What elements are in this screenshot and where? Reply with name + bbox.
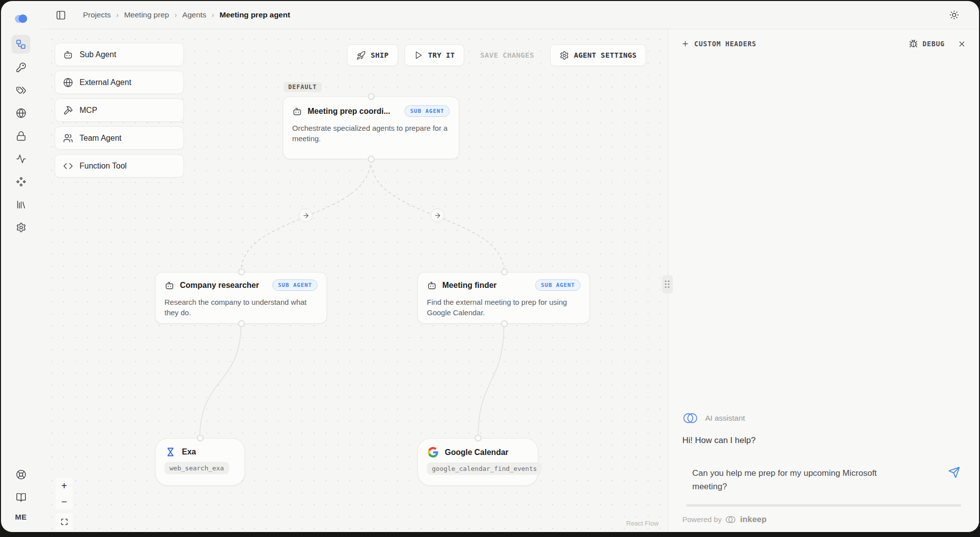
breadcrumb: Projects › Meeting prep › Agents › Meeti…	[83, 10, 290, 19]
nav-key-icon[interactable]	[11, 58, 30, 77]
user-avatar[interactable]: ME	[15, 513, 27, 521]
node-description: Orchestrate specialized agents to prepar…	[283, 120, 459, 152]
node-title: Meeting prep coordi...	[308, 107, 390, 116]
agent-settings-button[interactable]: AGENT SETTINGS	[550, 44, 646, 66]
palette-item-label: Team Agent	[80, 134, 122, 143]
nav-activity-icon[interactable]	[11, 149, 30, 168]
panel-resize-handle[interactable]	[662, 275, 673, 293]
breadcrumb-separator: ›	[116, 11, 119, 19]
debug-label: DEBUG	[922, 40, 945, 48]
breadcrumb-separator: ›	[174, 11, 177, 19]
nav-globe-icon[interactable]	[11, 103, 30, 122]
powered-by-footer: Powered by inkeep	[682, 515, 965, 524]
google-logo	[428, 447, 438, 457]
node-handle-top[interactable]	[368, 93, 375, 100]
chat-divider	[686, 504, 961, 507]
assistant-name: AI assistant	[705, 414, 745, 423]
node-handle-top[interactable]	[501, 268, 508, 275]
save-changes-button[interactable]: SAVE CHANGES	[471, 44, 543, 66]
chat-input-value[interactable]: Can you help me prep for my upcoming Mic…	[692, 466, 911, 493]
theme-toggle-sun-icon[interactable]	[949, 10, 959, 20]
nav-components-icon[interactable]	[11, 172, 30, 191]
node-handle-top[interactable]	[197, 435, 204, 442]
palette-item-label: Function Tool	[80, 162, 127, 171]
tool-name-pill: web_search_exa	[164, 462, 229, 474]
arrow-right-icon	[302, 212, 310, 219]
try-it-panel: CUSTOM HEADERS DEBUG AI assistant Hi! Ho…	[668, 29, 979, 532]
exa-logo	[165, 447, 175, 457]
save-changes-button-label: SAVE CHANGES	[480, 51, 534, 59]
top-header: Projects › Meeting prep › Agents › Meeti…	[41, 1, 979, 29]
send-icon	[948, 466, 960, 478]
node-handle-top[interactable]	[238, 268, 245, 275]
palette-item-function-tool[interactable]: Function Tool	[55, 154, 184, 178]
palette-item-team-agent[interactable]: Team Agent	[55, 126, 184, 150]
react-flow-attribution: React Flow	[626, 520, 658, 527]
arrow-right-icon	[434, 212, 441, 219]
chat-input[interactable]: Can you help me prep for my upcoming Mic…	[682, 459, 965, 502]
bot-icon	[63, 50, 73, 60]
powered-by-label: Powered by	[682, 515, 722, 524]
bot-icon	[292, 106, 302, 116]
debug-button[interactable]: DEBUG	[909, 39, 945, 48]
agent-settings-button-label: AGENT SETTINGS	[574, 51, 637, 59]
hammer-icon	[63, 105, 73, 115]
node-title: Exa	[182, 448, 196, 456]
users-icon	[63, 133, 73, 143]
assistant-chat: AI assistant Hi! How can I help? Can you…	[668, 412, 979, 532]
node-handle-bottom[interactable]	[501, 320, 508, 327]
node-handle-bottom[interactable]	[368, 156, 375, 163]
fit-view-button[interactable]	[56, 514, 73, 530]
nav-graph-icon[interactable]	[11, 35, 30, 54]
docs-book-icon[interactable]	[11, 488, 30, 507]
node-meeting-finder[interactable]: Meeting finder SUB AGENT Find the extern…	[417, 272, 590, 324]
node-meeting-prep-coordinator[interactable]: Meeting prep coordi... SUB AGENT Orchest…	[283, 96, 459, 159]
try-it-button-label: TRY IT	[428, 51, 455, 59]
close-panel-icon[interactable]	[958, 40, 966, 48]
flow-canvas[interactable]: Sub Agent External Agent MCP Team Agent …	[41, 29, 668, 532]
edge-transfer-label[interactable]	[299, 208, 313, 222]
help-lifebuoy-icon[interactable]	[11, 465, 30, 484]
zoom-in-button[interactable]: +	[56, 478, 73, 494]
grip-dots	[665, 280, 670, 288]
node-handle-top[interactable]	[475, 435, 482, 442]
nav-tags-icon[interactable]	[11, 81, 30, 99]
inkeep-assistant-logo	[682, 412, 698, 425]
node-google-calendar-tool[interactable]: Google Calendar google_calendar_find_eve…	[417, 438, 538, 486]
custom-headers-button[interactable]: CUSTOM HEADERS	[681, 40, 756, 48]
nav-settings-icon[interactable]	[11, 218, 30, 237]
edge-transfer-label[interactable]	[430, 208, 444, 222]
palette-item-label: MCP	[80, 106, 97, 115]
palette-item-sub-agent[interactable]: Sub Agent	[55, 43, 184, 66]
custom-headers-label: CUSTOM HEADERS	[694, 40, 756, 48]
sub-agent-badge: SUB AGENT	[535, 279, 580, 291]
breadcrumb-meeting-prep[interactable]: Meeting prep	[124, 10, 169, 19]
rocket-icon	[356, 51, 366, 60]
assistant-greeting: Hi! How can I help?	[682, 436, 965, 446]
palette-item-mcp[interactable]: MCP	[55, 98, 184, 122]
ship-button[interactable]: SHIP	[347, 44, 398, 66]
zoom-out-button[interactable]: −	[56, 494, 73, 510]
breadcrumb-agents[interactable]: Agents	[182, 10, 206, 19]
breadcrumb-projects[interactable]: Projects	[83, 10, 111, 19]
node-palette: Sub Agent External Agent MCP Team Agent …	[55, 43, 184, 178]
app-window: ME Projects › Meeting prep › Agents › Me…	[1, 1, 979, 532]
palette-item-external-agent[interactable]: External Agent	[55, 71, 184, 94]
sub-agent-badge: SUB AGENT	[272, 279, 318, 291]
node-exa-tool[interactable]: Exa web_search_exa	[155, 438, 245, 486]
nav-library-icon[interactable]	[11, 195, 30, 214]
nav-lock-icon[interactable]	[11, 126, 30, 145]
zoom-controls: + −	[56, 478, 73, 530]
play-icon	[414, 51, 423, 60]
node-company-researcher[interactable]: Company researcher SUB AGENT Research th…	[155, 272, 327, 324]
inkeep-brand-label[interactable]: inkeep	[740, 515, 766, 524]
try-it-button[interactable]: TRY IT	[405, 44, 464, 66]
assistant-header: AI assistant	[682, 412, 965, 425]
node-handle-bottom[interactable]	[238, 320, 245, 327]
canvas-toolbar: SHIP TRY IT SAVE CHANGES AGENT SETTINGS	[347, 44, 646, 66]
bot-icon	[427, 280, 437, 290]
palette-item-label: External Agent	[80, 78, 131, 87]
send-button[interactable]	[948, 466, 960, 478]
sidebar-toggle-icon[interactable]	[56, 10, 66, 20]
panel-header: CUSTOM HEADERS DEBUG	[668, 29, 979, 58]
